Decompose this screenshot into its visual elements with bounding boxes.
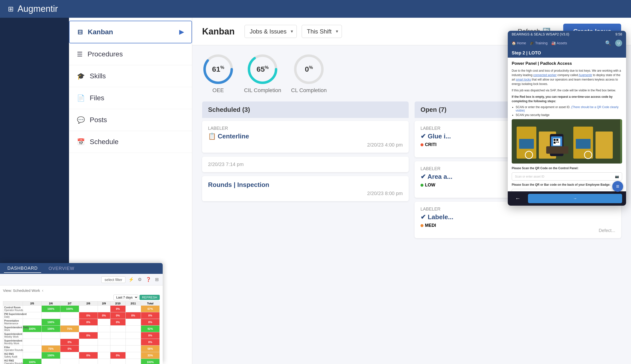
training-label: Training <box>535 41 547 45</box>
filter-row: Last 7 days REFRESH <box>3 294 160 300</box>
schedule-cell <box>23 332 42 339</box>
refresh-green-button[interactable]: REFRESH <box>140 295 160 300</box>
help-icon[interactable]: ❓ <box>145 276 152 283</box>
top-bar: ⊞ Augmentir <box>0 0 631 18</box>
dashboard-tab[interactable]: DASHBOARD <box>4 264 41 273</box>
procedures-icon: ☰ <box>77 50 83 58</box>
sidebar-item-schedule[interactable]: 📅 Schedule <box>69 131 192 153</box>
sidebar-item-procedures[interactable]: ☰ Procedures <box>69 43 192 65</box>
schedule-icon: 📅 <box>77 138 85 146</box>
mobile-nav-home[interactable]: 🏠 Home <box>512 41 526 45</box>
kanban-card[interactable]: Rounds | Inspection 2/20/23 8:00 pm <box>202 176 409 201</box>
jobs-filter-wrapper[interactable]: Jobs & Issues <box>244 25 297 38</box>
schedule-cell <box>125 332 141 339</box>
schedule-cell <box>79 359 98 364</box>
card-title: ✔ Labele... <box>421 213 615 221</box>
svg-rect-19 <box>556 139 558 141</box>
badge-low <box>421 184 423 187</box>
mobile-back-button[interactable]: ← <box>512 194 524 203</box>
smart-locks-link[interactable]: smart locks <box>516 78 531 81</box>
home-label: Home <box>517 41 526 45</box>
sidebar-item-posts[interactable]: 💬 Posts <box>69 109 192 131</box>
schedule-cell <box>125 352 141 359</box>
svg-rect-11 <box>519 139 534 149</box>
schedule-cell: 100% <box>42 326 60 332</box>
mobile-search-icon[interactable]: 🔍 <box>605 40 611 46</box>
oee-circle: 61% <box>202 53 234 85</box>
cl-label: CL Completion <box>291 87 327 94</box>
schedule-cell <box>125 346 141 352</box>
schedule-cell: 0% <box>98 312 110 319</box>
kanban-icon: ⊟ <box>77 28 83 36</box>
augmentir-link[interactable]: Augmentir <box>579 74 592 77</box>
sidebar-item-skills[interactable]: 🎓 Skills <box>69 65 192 87</box>
connected-worker-link[interactable]: connected worker <box>533 74 556 77</box>
sidebar-item-files[interactable]: 📄 Files <box>69 87 192 109</box>
mobile-status-bar: BEARINGS & SEALS W/SAP2 (V3.0) 9:58 <box>508 31 626 38</box>
kanban-card[interactable]: Labeler 📋 Centerline 2/20/23 4:00 pm <box>202 121 409 153</box>
scheduled-header: Scheduled (3) <box>202 102 409 118</box>
badge-low-text: LOW <box>425 182 435 188</box>
scan-field2-placeholder: Scan employee badge <box>515 191 544 192</box>
overview-tab[interactable]: OVERVIEW <box>45 264 78 273</box>
lightning-icon[interactable]: ⚡ <box>127 276 135 283</box>
schedule-cell <box>98 346 110 352</box>
mobile-scan-field2[interactable]: Scan employee badge ℹ <box>512 189 622 191</box>
gear-icon[interactable]: ⚙ <box>137 276 143 283</box>
card-label: Labeler <box>421 207 615 212</box>
image-placeholder <box>512 119 622 164</box>
mobile-next-button[interactable]: → <box>528 194 622 203</box>
kanban-card[interactable]: 2/20/23 7:14 pm <box>202 157 409 172</box>
select-filter-button[interactable]: select filter <box>101 276 125 283</box>
schedule-cell: 0% <box>141 312 159 319</box>
svg-rect-21 <box>556 142 557 142</box>
card-date: 2/20/23 4:00 pm <box>208 142 403 148</box>
grid-icon[interactable]: ⊞ <box>154 276 160 283</box>
col-28: 2/8 <box>79 302 98 306</box>
schedule-cell <box>42 339 60 346</box>
schedule-cell: 0% <box>60 346 79 352</box>
view-collapse-icon[interactable]: ‹ <box>42 288 43 293</box>
schedule-cell <box>23 339 42 346</box>
mobile-body2: If this job was dispatched via SAP, the … <box>512 88 622 92</box>
mobile-overlay: BEARINGS & SEALS W/SAP2 (V3.0) 9:58 🏠 Ho… <box>508 31 626 206</box>
timeframe-select[interactable]: Last 7 days <box>113 294 138 300</box>
col-total: Total <box>141 302 159 306</box>
sidebar-item-files-label: Files <box>90 94 104 102</box>
schedule-cell: 0% <box>79 332 98 339</box>
mobile-fab-button[interactable]: ≡ <box>612 181 623 192</box>
sidebar-item-procedures-label: Procedures <box>88 50 123 58</box>
schedule-cell <box>98 339 110 346</box>
col-27: 2/7 <box>60 302 79 306</box>
mobile-scan-field1[interactable]: Scan or enter asset ID 📷 <box>512 172 622 180</box>
schedule-cell <box>125 319 141 326</box>
posts-icon: 💬 <box>77 116 85 124</box>
mobile-nav-training[interactable]: 🎓 Training <box>530 41 547 45</box>
schedule-grid: 2/5 2/6 2/7 2/8 2/9 2/10 2/11 Total Cont… <box>3 301 160 364</box>
mobile-scan-label2: Please Scan the QR or Bar code on the ba… <box>512 182 622 187</box>
schedule-cell <box>110 326 125 332</box>
shift-filter-select[interactable]: This Shift <box>302 25 342 38</box>
schedule-cell: 100% <box>60 306 79 312</box>
skills-icon: 🎓 <box>77 72 85 80</box>
shift-filter-wrapper[interactable]: This Shift <box>302 25 342 38</box>
mobile-nav-assets[interactable]: 🏭 Assets <box>551 41 567 45</box>
mobile-step-header: Step 2 | LOTO <box>508 48 626 58</box>
app-icon: ⊞ <box>8 5 14 13</box>
mobile-time: 9:58 <box>615 32 622 36</box>
jobs-filter-select[interactable]: Jobs & Issues <box>244 25 297 38</box>
dashboard-content: View: Scheduled Work ‹ Last 7 days REFRE… <box>0 286 163 364</box>
sidebar-item-kanban[interactable]: ⊟ Kanban ▶ <box>69 21 192 43</box>
cl-circle: 0% <box>293 53 325 85</box>
mobile-step-2: SCAN you security badge <box>516 113 622 117</box>
schedule-cell <box>42 359 60 364</box>
schedule-cell: 100% <box>141 359 159 364</box>
schedule-cell <box>79 326 98 332</box>
col-210: 2/10 <box>110 302 125 306</box>
metric-cl: 0% CL Completion <box>291 53 327 94</box>
mobile-bottom-bar: ← → <box>508 191 626 206</box>
kanban-card[interactable]: Labeler ✔ Labele... MEDI Defect... <box>415 202 621 238</box>
schedule-cell <box>125 306 141 312</box>
kanban-arrow-icon: ▶ <box>179 28 184 36</box>
schedule-cell: 92% <box>141 326 159 332</box>
